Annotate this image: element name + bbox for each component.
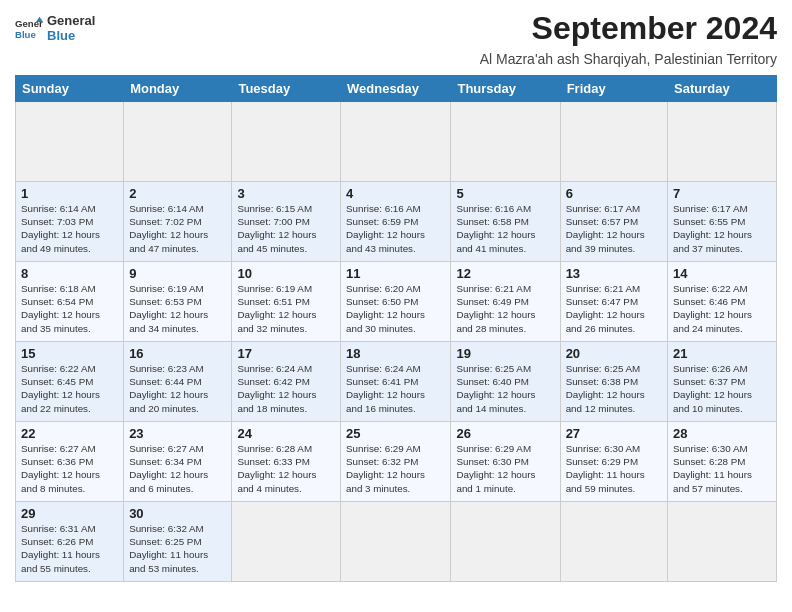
calendar-cell: 15Sunrise: 6:22 AM Sunset: 6:45 PM Dayli… [16, 342, 124, 422]
calendar-cell [668, 502, 777, 582]
calendar-cell [560, 102, 667, 182]
day-number: 19 [456, 346, 554, 361]
header: General Blue General Blue September 2024 [15, 10, 777, 47]
day-info: Sunrise: 6:31 AM Sunset: 6:26 PM Dayligh… [21, 522, 118, 575]
calendar-cell: 11Sunrise: 6:20 AM Sunset: 6:50 PM Dayli… [341, 262, 451, 342]
calendar-cell: 1Sunrise: 6:14 AM Sunset: 7:03 PM Daylig… [16, 182, 124, 262]
day-number: 17 [237, 346, 335, 361]
day-info: Sunrise: 6:27 AM Sunset: 6:36 PM Dayligh… [21, 442, 118, 495]
day-info: Sunrise: 6:14 AM Sunset: 7:03 PM Dayligh… [21, 202, 118, 255]
calendar-cell: 14Sunrise: 6:22 AM Sunset: 6:46 PM Dayli… [668, 262, 777, 342]
weekday-header-monday: Monday [124, 76, 232, 102]
calendar-cell [232, 502, 341, 582]
day-number: 26 [456, 426, 554, 441]
day-number: 7 [673, 186, 771, 201]
calendar-cell: 12Sunrise: 6:21 AM Sunset: 6:49 PM Dayli… [451, 262, 560, 342]
calendar-cell: 22Sunrise: 6:27 AM Sunset: 6:36 PM Dayli… [16, 422, 124, 502]
day-number: 12 [456, 266, 554, 281]
logo-icon: General Blue [15, 15, 43, 43]
weekday-header-sunday: Sunday [16, 76, 124, 102]
day-info: Sunrise: 6:28 AM Sunset: 6:33 PM Dayligh… [237, 442, 335, 495]
day-info: Sunrise: 6:24 AM Sunset: 6:42 PM Dayligh… [237, 362, 335, 415]
day-number: 22 [21, 426, 118, 441]
calendar-cell: 20Sunrise: 6:25 AM Sunset: 6:38 PM Dayli… [560, 342, 667, 422]
day-info: Sunrise: 6:20 AM Sunset: 6:50 PM Dayligh… [346, 282, 445, 335]
day-info: Sunrise: 6:16 AM Sunset: 6:58 PM Dayligh… [456, 202, 554, 255]
day-number: 25 [346, 426, 445, 441]
day-info: Sunrise: 6:17 AM Sunset: 6:57 PM Dayligh… [566, 202, 662, 255]
day-info: Sunrise: 6:18 AM Sunset: 6:54 PM Dayligh… [21, 282, 118, 335]
day-info: Sunrise: 6:25 AM Sunset: 6:40 PM Dayligh… [456, 362, 554, 415]
weekday-header-friday: Friday [560, 76, 667, 102]
logo-text-general: General [47, 14, 95, 28]
day-info: Sunrise: 6:26 AM Sunset: 6:37 PM Dayligh… [673, 362, 771, 415]
day-info: Sunrise: 6:14 AM Sunset: 7:02 PM Dayligh… [129, 202, 226, 255]
day-info: Sunrise: 6:23 AM Sunset: 6:44 PM Dayligh… [129, 362, 226, 415]
calendar-cell: 16Sunrise: 6:23 AM Sunset: 6:44 PM Dayli… [124, 342, 232, 422]
day-number: 24 [237, 426, 335, 441]
day-number: 10 [237, 266, 335, 281]
calendar-cell: 13Sunrise: 6:21 AM Sunset: 6:47 PM Dayli… [560, 262, 667, 342]
day-number: 28 [673, 426, 771, 441]
calendar-cell: 29Sunrise: 6:31 AM Sunset: 6:26 PM Dayli… [16, 502, 124, 582]
calendar-cell [560, 502, 667, 582]
weekday-header-wednesday: Wednesday [341, 76, 451, 102]
day-info: Sunrise: 6:16 AM Sunset: 6:59 PM Dayligh… [346, 202, 445, 255]
day-number: 13 [566, 266, 662, 281]
day-info: Sunrise: 6:22 AM Sunset: 6:46 PM Dayligh… [673, 282, 771, 335]
day-number: 14 [673, 266, 771, 281]
day-info: Sunrise: 6:30 AM Sunset: 6:29 PM Dayligh… [566, 442, 662, 495]
calendar-cell: 5Sunrise: 6:16 AM Sunset: 6:58 PM Daylig… [451, 182, 560, 262]
day-info: Sunrise: 6:27 AM Sunset: 6:34 PM Dayligh… [129, 442, 226, 495]
day-info: Sunrise: 6:22 AM Sunset: 6:45 PM Dayligh… [21, 362, 118, 415]
day-number: 29 [21, 506, 118, 521]
logo: General Blue General Blue [15, 14, 95, 43]
calendar-cell [451, 502, 560, 582]
weekday-header-row: SundayMondayTuesdayWednesdayThursdayFrid… [16, 76, 777, 102]
day-info: Sunrise: 6:29 AM Sunset: 6:32 PM Dayligh… [346, 442, 445, 495]
day-number: 11 [346, 266, 445, 281]
month-title: September 2024 [532, 10, 777, 47]
calendar-cell: 30Sunrise: 6:32 AM Sunset: 6:25 PM Dayli… [124, 502, 232, 582]
day-number: 4 [346, 186, 445, 201]
day-number: 8 [21, 266, 118, 281]
day-number: 6 [566, 186, 662, 201]
day-number: 27 [566, 426, 662, 441]
calendar-container: General Blue General Blue September 2024… [0, 0, 792, 612]
calendar-table: SundayMondayTuesdayWednesdayThursdayFrid… [15, 75, 777, 582]
day-info: Sunrise: 6:21 AM Sunset: 6:47 PM Dayligh… [566, 282, 662, 335]
calendar-cell: 23Sunrise: 6:27 AM Sunset: 6:34 PM Dayli… [124, 422, 232, 502]
day-info: Sunrise: 6:17 AM Sunset: 6:55 PM Dayligh… [673, 202, 771, 255]
day-number: 23 [129, 426, 226, 441]
day-info: Sunrise: 6:32 AM Sunset: 6:25 PM Dayligh… [129, 522, 226, 575]
calendar-cell: 21Sunrise: 6:26 AM Sunset: 6:37 PM Dayli… [668, 342, 777, 422]
calendar-cell [451, 102, 560, 182]
day-info: Sunrise: 6:15 AM Sunset: 7:00 PM Dayligh… [237, 202, 335, 255]
calendar-cell: 27Sunrise: 6:30 AM Sunset: 6:29 PM Dayli… [560, 422, 667, 502]
calendar-cell [341, 102, 451, 182]
calendar-cell: 28Sunrise: 6:30 AM Sunset: 6:28 PM Dayli… [668, 422, 777, 502]
day-info: Sunrise: 6:21 AM Sunset: 6:49 PM Dayligh… [456, 282, 554, 335]
day-number: 20 [566, 346, 662, 361]
day-number: 1 [21, 186, 118, 201]
calendar-cell: 19Sunrise: 6:25 AM Sunset: 6:40 PM Dayli… [451, 342, 560, 422]
day-number: 5 [456, 186, 554, 201]
day-number: 30 [129, 506, 226, 521]
calendar-cell [668, 102, 777, 182]
calendar-cell: 6Sunrise: 6:17 AM Sunset: 6:57 PM Daylig… [560, 182, 667, 262]
calendar-cell: 18Sunrise: 6:24 AM Sunset: 6:41 PM Dayli… [341, 342, 451, 422]
weekday-header-saturday: Saturday [668, 76, 777, 102]
calendar-cell: 7Sunrise: 6:17 AM Sunset: 6:55 PM Daylig… [668, 182, 777, 262]
day-number: 18 [346, 346, 445, 361]
day-info: Sunrise: 6:29 AM Sunset: 6:30 PM Dayligh… [456, 442, 554, 495]
calendar-cell: 3Sunrise: 6:15 AM Sunset: 7:00 PM Daylig… [232, 182, 341, 262]
calendar-cell: 9Sunrise: 6:19 AM Sunset: 6:53 PM Daylig… [124, 262, 232, 342]
calendar-cell: 10Sunrise: 6:19 AM Sunset: 6:51 PM Dayli… [232, 262, 341, 342]
day-info: Sunrise: 6:19 AM Sunset: 6:53 PM Dayligh… [129, 282, 226, 335]
day-number: 16 [129, 346, 226, 361]
weekday-header-thursday: Thursday [451, 76, 560, 102]
logo-text-blue: Blue [47, 29, 95, 43]
day-info: Sunrise: 6:30 AM Sunset: 6:28 PM Dayligh… [673, 442, 771, 495]
calendar-cell: 2Sunrise: 6:14 AM Sunset: 7:02 PM Daylig… [124, 182, 232, 262]
calendar-cell: 8Sunrise: 6:18 AM Sunset: 6:54 PM Daylig… [16, 262, 124, 342]
